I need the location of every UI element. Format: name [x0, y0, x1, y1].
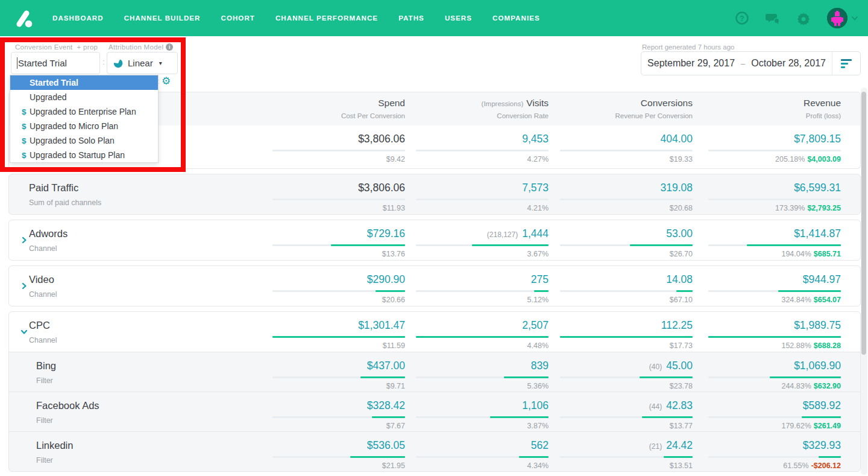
menu-item-started-trial[interactable]: Started Trial	[10, 75, 158, 90]
menu-item-upgraded-to-enterprise-plan[interactable]: $Upgraded to Enterprise Plan	[10, 104, 158, 119]
column-settings-gear-icon[interactable]: ⚙	[162, 75, 171, 87]
table-row-paid-traffic[interactable]: Paid TrafficSum of paid channels$3,806.0…	[8, 174, 861, 215]
table-row-facebook-ads[interactable]: Facebook AdsFilter$328.42$7.671,1063.87%…	[8, 392, 861, 432]
cell-bar-fill	[519, 456, 549, 458]
cell-main-line: $944.97	[708, 273, 841, 286]
menu-item-upgraded[interactable]: Upgraded	[10, 90, 158, 104]
cell-sub-value: 152.88%	[781, 341, 811, 350]
column-header-spend[interactable]: SpendCost Per Conversion	[248, 98, 405, 119]
chevron-right-icon[interactable]	[20, 236, 27, 246]
chevron-down-icon[interactable]	[20, 328, 27, 337]
nav-item-cohort[interactable]: COHORT	[221, 14, 254, 22]
table-row-video[interactable]: VideoChannel$290.90$20.662755.12%14.08$6…	[8, 265, 861, 306]
row-name: Bing	[36, 360, 56, 372]
cell-main-value[interactable]: $944.97	[803, 273, 841, 285]
column-header-visits[interactable]: (Impressions)VisitsConversion Rate	[392, 98, 549, 119]
cell-main-value[interactable]: 275	[531, 273, 549, 285]
cell-main-value[interactable]: $328.42	[367, 399, 405, 411]
cell-conversions: (44)42.83$13.77	[560, 399, 693, 430]
row-name[interactable]: Video	[29, 274, 57, 285]
cell-main-value[interactable]: $7,809.15	[794, 133, 841, 145]
row-subtitle: Channel	[29, 244, 68, 253]
cell-conversions: 112.25$17.73	[560, 319, 693, 350]
cell-main-value[interactable]: 1,444	[522, 227, 549, 240]
table-row-adwords[interactable]: AdwordsChannel$729.16$13.76(218,127)1,44…	[8, 220, 861, 261]
cell-bar-track	[272, 416, 405, 418]
nav-item-channel-builder[interactable]: CHANNEL BUILDER	[124, 14, 201, 22]
cell-main-value[interactable]: 24.42	[666, 439, 693, 451]
cell-conversions: 14.08$67.10	[560, 273, 693, 304]
cell-main-value[interactable]: $1,414.87	[794, 227, 841, 240]
table-row-linkedin[interactable]: LinkedinFilter$536.05$21.955624.34%(21)2…	[8, 431, 861, 472]
conversion-event-label-text: Conversion Event	[15, 43, 73, 51]
cell-main-value[interactable]: $589.92	[803, 399, 841, 411]
chat-icon[interactable]	[766, 11, 780, 25]
cell-main-value[interactable]: 9,453	[522, 133, 549, 145]
avatar[interactable]	[827, 8, 848, 28]
table-row-cpc[interactable]: CPCChannel$1,301.47$11.592,5074.48%112.2…	[8, 311, 861, 352]
table-row-bing[interactable]: BingFilter$437.00$9.718395.36%(40)45.00$…	[8, 352, 861, 392]
nav-item-dashboard[interactable]: DASHBOARD	[52, 14, 104, 22]
cell-spend: $437.00$9.71	[272, 360, 405, 390]
attribution-model-dropdown[interactable]: Linear ▾	[107, 52, 178, 74]
cell-main-value[interactable]: 839	[531, 360, 549, 372]
attribution-logo[interactable]	[11, 6, 35, 30]
cell-sub-line: $20.66	[272, 296, 405, 304]
help-icon[interactable]: ?	[735, 11, 749, 25]
cell-main-value[interactable]: 45.00	[666, 360, 693, 372]
cell-profit-value: $632.90	[814, 382, 841, 390]
cell-main-value[interactable]: 562	[531, 439, 549, 451]
settings-icon[interactable]	[796, 11, 811, 25]
cell-main-value[interactable]: $329.93	[803, 439, 841, 451]
cell-sub-value: 3.67%	[527, 250, 549, 258]
row-name[interactable]: Adwords	[29, 228, 68, 240]
filter-icon[interactable]	[832, 59, 860, 68]
cell-main-value[interactable]: 53.00	[666, 227, 693, 240]
row-subtitle: Filter	[36, 376, 56, 385]
column-header-conversions[interactable]: ConversionsRevenue Per Conversion	[536, 98, 693, 119]
cell-bar-fill	[640, 376, 693, 378]
cell-main-value[interactable]: 1,106	[522, 399, 549, 411]
cell-main-value[interactable]: $1,301.47	[358, 319, 405, 331]
cell-main-line: (44)42.83	[560, 399, 693, 412]
add-prop-link[interactable]: + prop	[77, 43, 98, 51]
cell-main-value[interactable]: $729.16	[367, 227, 405, 240]
cell-main-value[interactable]: 404.00	[660, 133, 693, 145]
cell-main-value[interactable]: $1,069.90	[794, 360, 841, 372]
row-name[interactable]: CPC	[29, 320, 57, 331]
date-range-picker[interactable]: September 29, 2017 – October 28, 2017	[641, 51, 861, 75]
conversion-event-input[interactable]: Started Trial	[11, 52, 100, 74]
cell-main-value[interactable]: $1,989.75	[794, 319, 841, 331]
cell-sub-line: 4.34%	[416, 462, 549, 470]
cell-main-value[interactable]: 112.25	[661, 319, 693, 331]
menu-item-upgraded-to-startup-plan[interactable]: $Upgraded to Startup Plan	[10, 148, 158, 162]
cell-main-value[interactable]: 2,507	[522, 319, 549, 331]
cell-bar-track	[272, 150, 405, 151]
cell-sub-line: 3.87%	[416, 422, 549, 430]
cell-profit-value: $685.71	[814, 250, 841, 258]
cell-main-value[interactable]: $437.00	[367, 360, 405, 372]
cell-revenue: $7,809.15205.18%$4,003.09	[708, 133, 841, 163]
scrollbar-thumb[interactable]	[861, 92, 866, 355]
separator-colon: :	[102, 57, 105, 66]
nav-item-paths[interactable]: PATHS	[398, 14, 424, 22]
menu-item-upgraded-to-solo-plan[interactable]: $Upgraded to Solo Plan	[10, 133, 158, 148]
cell-profit-value: $688.28	[814, 341, 841, 350]
cell-main-value[interactable]: 42.83	[666, 399, 693, 411]
column-header-revenue[interactable]: RevenueProfit (loss)	[684, 98, 841, 119]
nav-item-channel-performance[interactable]: CHANNEL PERFORMANCE	[275, 14, 378, 22]
cell-main-value[interactable]: $536.05	[367, 439, 405, 451]
row-name: Facebook Ads	[36, 400, 99, 411]
cell-main-value[interactable]: $6,599.31	[794, 182, 841, 194]
cell-main-line: 7,573	[416, 182, 549, 194]
nav-item-companies[interactable]: COMPANIES	[492, 14, 540, 22]
cell-main-value[interactable]: 7,573	[522, 182, 549, 194]
cell-main-value[interactable]: 319.08	[660, 182, 693, 194]
chevron-right-icon[interactable]	[20, 282, 27, 291]
cell-main-value[interactable]: $290.90	[367, 273, 405, 285]
menu-item-upgraded-to-micro-plan[interactable]: $Upgraded to Micro Plan	[10, 119, 158, 133]
caret-down-icon[interactable]	[850, 13, 860, 23]
info-icon[interactable]: i	[166, 43, 173, 51]
cell-main-value[interactable]: 14.08	[666, 273, 693, 285]
nav-item-users[interactable]: USERS	[445, 14, 472, 22]
